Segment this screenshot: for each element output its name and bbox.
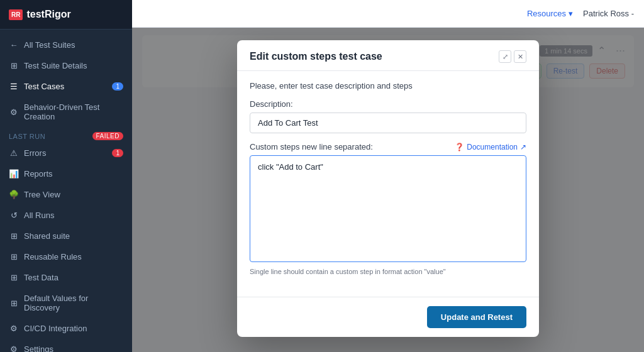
sidebar-item-label: All Runs: [24, 211, 54, 220]
sidebar-item-label: Reports: [24, 169, 53, 179]
sidebar-item-all-test-suites[interactable]: ← All Test Suites: [0, 35, 132, 55]
modal-title: Edit custom steps test case: [250, 51, 382, 62]
sidebar: RR testRigor ← All Test Suites ⊞ Test Su…: [0, 0, 132, 352]
last-run-badge: Failed: [92, 132, 123, 140]
chevron-down-icon: ▾: [569, 9, 573, 18]
sidebar-item-label: Errors: [24, 148, 46, 158]
sidebar-item-all-runs[interactable]: ↺ All Runs: [0, 205, 132, 226]
sidebar-item-label: Test Cases: [24, 82, 64, 91]
user-name: Patrick Ross -: [583, 9, 634, 18]
documentation-link[interactable]: ❓ Documentation ↗: [455, 143, 526, 151]
steps-group: Custom steps new line separated: ❓ Docum…: [250, 142, 526, 275]
steps-hint: Single line should contain a custom step…: [250, 268, 526, 275]
list-icon: ☰: [9, 82, 19, 91]
topbar-right: Resources ▾ Patrick Ross -: [527, 9, 634, 18]
content-area: Failed 1 min 14 secs ⌃ ··· Edit test cas…: [132, 28, 644, 352]
rules-icon: ⊞: [9, 252, 19, 261]
topbar: Resources ▾ Patrick Ross -: [132, 0, 644, 28]
logo-area: RR testRigor: [0, 0, 132, 30]
modal-footer: Update and Retest: [237, 297, 539, 337]
sidebar-item-label: Settings: [24, 344, 53, 352]
doc-label: Documentation: [467, 143, 518, 151]
steps-label: Custom steps new line separated:: [250, 142, 373, 151]
sidebar-item-label: Behavior-Driven Test Creation: [24, 102, 123, 121]
sidebar-item-label: CI/CD Integration: [24, 324, 87, 333]
last-run-section: Last Run Failed: [0, 127, 132, 143]
sidebar-item-label: All Test Suites: [24, 40, 75, 50]
modal-overlay: Edit custom steps test case ⤢ ✕ Please, …: [132, 28, 644, 352]
sidebar-item-shared-suite[interactable]: ⊞ Shared suite: [0, 226, 132, 246]
sidebar-item-cicd[interactable]: ⚙ CI/CD Integration: [0, 318, 132, 339]
external-link-icon: ↗: [520, 143, 526, 151]
errors-badge: 1: [112, 149, 123, 157]
modal-header: Edit custom steps test case ⤢ ✕: [237, 40, 539, 71]
warning-icon: ⚠: [9, 148, 19, 158]
sidebar-item-label: Reusable Rules: [24, 252, 82, 261]
modal-close-buttons: ⤢ ✕: [499, 50, 526, 63]
sidebar-item-test-data[interactable]: ⊞ Test Data: [0, 267, 132, 288]
main-content: Resources ▾ Patrick Ross - Failed 1 min …: [132, 0, 644, 352]
sidebar-item-tree-view[interactable]: 🌳 Tree View: [0, 184, 132, 205]
settings-icon: ⚙: [9, 344, 19, 352]
sidebar-item-reusable-rules[interactable]: ⊞ Reusable Rules: [0, 246, 132, 267]
data-icon: ⊞: [9, 273, 19, 282]
sidebar-item-label: Shared suite: [24, 231, 70, 241]
sidebar-item-test-suite-details[interactable]: ⊞ Test Suite Details: [0, 55, 132, 76]
sidebar-item-behavior-driven[interactable]: ⚙ Behavior-Driven Test Creation: [0, 97, 132, 127]
sidebar-item-label: Test Data: [24, 273, 58, 282]
resources-button[interactable]: Resources ▾: [527, 9, 573, 18]
last-run-label: Last Run: [9, 133, 45, 140]
resources-label: Resources: [527, 9, 566, 18]
modal-subtitle: Please, enter test case description and …: [250, 81, 526, 91]
back-icon: ←: [9, 40, 19, 50]
close-modal-button[interactable]: ✕: [514, 50, 526, 63]
shared-icon: ⊞: [9, 231, 19, 241]
sidebar-item-default-values[interactable]: ⊞ Default Values for Discovery: [0, 288, 132, 318]
gear-icon: ⚙: [9, 107, 19, 117]
modal-body: Please, enter test case description and …: [237, 71, 539, 297]
grid-icon: ⊞: [9, 61, 19, 70]
help-icon: ❓: [455, 143, 464, 151]
update-retest-button[interactable]: Update and Retest: [427, 306, 526, 328]
default-icon: ⊞: [9, 299, 19, 308]
cicd-icon: ⚙: [9, 324, 19, 333]
steps-textarea[interactable]: click "Add to Cart": [250, 155, 526, 262]
edit-custom-steps-modal: Edit custom steps test case ⤢ ✕ Please, …: [237, 40, 539, 337]
runs-icon: ↺: [9, 211, 19, 220]
sidebar-item-reports[interactable]: 📊 Reports: [0, 163, 132, 184]
sidebar-item-settings[interactable]: ⚙ Settings: [0, 339, 132, 352]
sidebar-item-label: Test Suite Details: [24, 61, 87, 70]
test-cases-badge: 1: [112, 82, 123, 91]
reports-icon: 📊: [9, 169, 19, 179]
logo-name: testRigor: [26, 9, 70, 20]
sidebar-nav: ← All Test Suites ⊞ Test Suite Details ☰…: [0, 30, 132, 352]
expand-modal-button[interactable]: ⤢: [499, 50, 511, 63]
logo-abbr: RR: [9, 9, 23, 20]
description-input[interactable]: [250, 113, 526, 133]
sidebar-item-label: Tree View: [24, 190, 60, 199]
sidebar-item-test-cases[interactable]: ☰ Test Cases 1: [0, 76, 132, 97]
steps-header: Custom steps new line separated: ❓ Docum…: [250, 142, 526, 151]
tree-icon: 🌳: [9, 190, 19, 199]
sidebar-item-label: Default Values for Discovery: [24, 294, 123, 312]
description-group: Description:: [250, 99, 526, 133]
sidebar-item-errors[interactable]: ⚠ Errors 1: [0, 143, 132, 163]
description-label: Description:: [250, 99, 526, 109]
